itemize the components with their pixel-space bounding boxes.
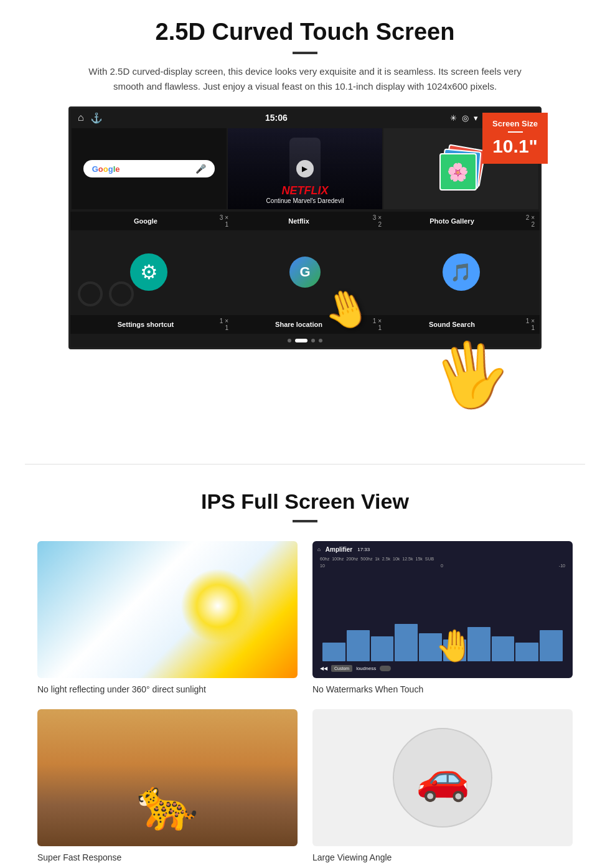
freq-500hz: 500hz	[360, 557, 372, 561]
home-icon[interactable]: ⌂	[78, 112, 84, 123]
size-google: 3 × 1	[216, 214, 228, 228]
nav-dot-2[interactable]	[295, 339, 307, 342]
amp-home-icon: ⌂	[317, 547, 321, 552]
size-sound-search: 1 × 1	[522, 318, 535, 331]
feature-img-sunlight	[37, 541, 298, 678]
google-search-bar[interactable]: Google 🎤	[83, 160, 215, 177]
eq-bar-8	[492, 636, 515, 661]
car-circle: 🚗	[393, 728, 492, 828]
app-labels-row1: Google 3 × 1 Netflix 3 × 2 Photo Gallery…	[70, 212, 540, 230]
nav-dots	[70, 334, 540, 347]
size-netflix: 3 × 2	[369, 214, 382, 228]
freq-60hz: 60hz	[320, 557, 329, 561]
bg-gear-2	[109, 281, 134, 306]
freq-100hz: 100hz	[332, 557, 344, 561]
feature-car: 🚗 Large Viewing Angle	[312, 709, 573, 862]
amp-custom-btn[interactable]: Custom	[331, 665, 352, 672]
music-note-icon: 🎵	[450, 262, 472, 283]
nav-dot-1[interactable]	[288, 339, 291, 342]
freq-200hz: 200hz	[346, 557, 358, 561]
eq-bar-4	[395, 624, 418, 661]
freq-2-5k: 2.5k	[382, 557, 390, 561]
amp-time: 17:33	[357, 547, 370, 552]
car-bg: 🚗	[312, 709, 573, 846]
badge-label: Screen Size	[492, 119, 538, 129]
sun-glow	[181, 568, 255, 643]
status-left-icons: ⌂ ⚓	[78, 112, 103, 124]
amp-freq-labels: 60hz 100hz 200hz 500hz 1k 2.5k 10k 12.5k…	[317, 555, 568, 562]
cheetah-bg: 🐆	[37, 709, 298, 846]
freq-15k: 15k	[415, 557, 422, 561]
label-netflix: Netflix	[228, 217, 369, 225]
app-cell-share-location[interactable]: G 🤚	[228, 232, 383, 313]
feature-label-cheetah: Super Fast Response	[37, 852, 298, 862]
status-time: 15:06	[103, 113, 450, 123]
eq-bar-9	[515, 643, 538, 661]
bluetooth-icon: ✳	[450, 113, 457, 123]
app-cell-settings[interactable]: ⚙	[72, 232, 227, 313]
google-logo: Google	[92, 164, 120, 174]
nav-dot-3[interactable]	[311, 339, 315, 342]
sound-search-icon: 🎵	[443, 253, 480, 291]
badge-size: 10.1"	[492, 136, 538, 156]
size-photo-gallery: 2 × 2	[522, 214, 535, 228]
amplifier-bg: ⌂ Amplifier 17:33 60hz 100hz 200hz 500hz…	[312, 541, 573, 678]
section1-description: With 2.5D curved-display screen, this de…	[87, 64, 523, 94]
amp-hand-icon: 🤚	[435, 628, 474, 664]
label-photo-gallery: Photo Gallery	[382, 217, 522, 225]
features-grid: No light reflecting under 360° direct su…	[25, 541, 585, 862]
feature-img-amplifier: ⌂ Amplifier 17:33 60hz 100hz 200hz 500hz…	[312, 541, 573, 678]
photo-layer-3: 🌸	[439, 153, 477, 191]
amp-loudness-label: loudness	[356, 666, 376, 671]
freq-10k: 10k	[393, 557, 400, 561]
settings-gear: ⚙	[130, 253, 167, 291]
settings-bg-icons	[78, 281, 134, 306]
section-ips-view: IPS Full Screen View No light reflecting…	[0, 489, 610, 868]
sunlight-bg	[37, 541, 298, 678]
spacer-1	[0, 352, 610, 427]
freq-1k: 1k	[375, 557, 379, 561]
nav-dot-4[interactable]	[319, 339, 322, 342]
freq-12-5k: 12.5k	[402, 557, 413, 561]
section-curved-screen: 2.5D Curved Touch Screen With 2.5D curve…	[0, 0, 610, 352]
app-cell-sound-search[interactable]: 🎵	[383, 232, 538, 313]
section2-title: IPS Full Screen View	[25, 489, 585, 514]
netflix-subtitle: Continue Marvel's Daredevil	[233, 197, 378, 204]
app-cell-google[interactable]: Google 🎤	[72, 128, 227, 209]
amp-status-bar: ⌂ Amplifier 17:33	[317, 546, 568, 553]
section-divider	[25, 464, 585, 465]
app-labels-row2: Settings shortcut 1 × 1 Share location 1…	[70, 315, 540, 334]
feature-label-sunlight: No light reflecting under 360° direct su…	[37, 684, 298, 694]
badge-line	[508, 131, 523, 133]
status-bar: ⌂ ⚓ 15:06 ✳ ◎ ▾ 📷 🔊 ⊠ ▭	[70, 108, 540, 127]
photo-stack: 🌸	[439, 147, 483, 191]
amp-arrow-left: ◀◀	[320, 666, 327, 671]
size-settings: 1 × 1	[216, 318, 228, 331]
feature-cheetah: 🐆 Super Fast Response	[37, 709, 298, 862]
share-location-icon: G	[289, 257, 321, 288]
section1-title: 2.5D Curved Touch Screen	[37, 19, 573, 45]
amp-scale: 100-10	[317, 562, 568, 569]
label-settings: Settings shortcut	[75, 321, 216, 328]
eq-bar-2	[347, 630, 370, 661]
app-cell-netflix[interactable]: ▶ NETFLIX Continue Marvel's Daredevil	[228, 128, 383, 209]
wifi-icon: ▾	[474, 113, 478, 123]
label-google: Google	[75, 217, 216, 225]
feature-label-car: Large Viewing Angle	[312, 852, 573, 862]
usb-icon: ⚓	[90, 112, 103, 124]
screen-size-badge: Screen Size 10.1"	[482, 113, 548, 164]
bg-gear-1	[78, 281, 103, 306]
amp-bottom-bar: ◀◀ Custom loudness	[317, 664, 568, 673]
play-button[interactable]: ▶	[296, 160, 314, 177]
app-grid-row2: ⚙ G 🤚 🎵	[70, 230, 540, 315]
cheetah-icon: 🐆	[136, 775, 199, 834]
mic-icon[interactable]: 🎤	[195, 164, 206, 174]
gear-icon: ⚙	[140, 260, 158, 284]
amp-toggle[interactable]	[380, 666, 391, 671]
feature-amplifier: ⌂ Amplifier 17:33 60hz 100hz 200hz 500hz…	[312, 541, 573, 694]
feature-img-cheetah: 🐆	[37, 709, 298, 846]
device-mockup: Screen Size 10.1" ⌂ ⚓ 15:06 ✳ ◎ ▾ 📷 🔊 ⊠	[68, 106, 542, 349]
feature-img-car: 🚗	[312, 709, 573, 846]
amp-title: Amplifier	[326, 546, 352, 553]
eq-bar-1	[322, 643, 345, 661]
